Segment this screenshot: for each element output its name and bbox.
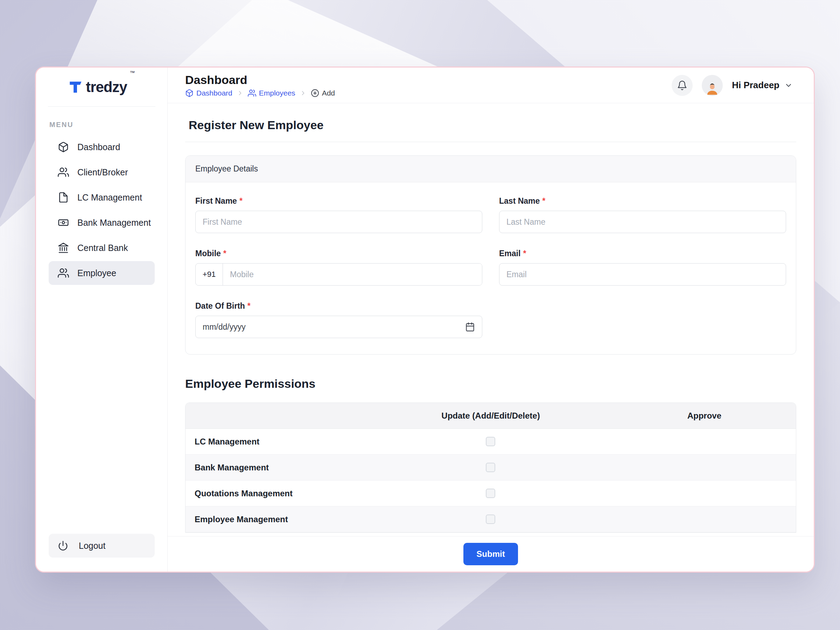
required-marker: * — [223, 249, 226, 258]
permission-row-label: Employee Management — [185, 515, 369, 524]
dob-input[interactable]: mm/dd/yyyy — [195, 316, 482, 338]
chevron-right-icon — [237, 90, 243, 96]
breadcrumb-label: Dashboard — [196, 89, 232, 97]
divider — [185, 142, 796, 142]
sidebar-item-lc-management[interactable]: LC Management — [49, 185, 155, 209]
quotations-management-update-checkbox[interactable] — [486, 489, 495, 498]
employee-details-card-title: Employee Details — [185, 156, 796, 182]
cube-icon — [58, 141, 69, 153]
users-icon — [58, 267, 69, 279]
breadcrumb-label: Add — [322, 89, 335, 97]
users-icon — [58, 167, 69, 178]
lc-management-update-checkbox[interactable] — [486, 437, 495, 446]
mobile-field: Mobile* +91 — [195, 249, 482, 286]
last-name-input[interactable] — [499, 211, 786, 233]
dob-label: Date Of Birth* — [195, 302, 482, 311]
breadcrumb-label: Employees — [259, 89, 295, 97]
dob-value: mm/dd/yyyy — [203, 322, 246, 332]
sidebar: tredzy ™ MENU Dashboard Client/Broker LC… — [36, 68, 167, 572]
first-name-label: First Name* — [195, 196, 482, 206]
submit-button[interactable]: Submit — [463, 543, 518, 565]
sidebar-item-label: Bank Management — [77, 218, 151, 228]
chevron-right-icon — [300, 90, 306, 96]
first-name-input[interactable] — [195, 211, 482, 233]
email-field: Email* — [499, 249, 786, 286]
bell-icon — [677, 80, 687, 91]
bank-management-update-checkbox[interactable] — [486, 463, 495, 472]
permissions-table-header: Update (Add/Edit/Delete) Approve — [185, 403, 796, 429]
brand-logo: tredzy ™ — [36, 68, 167, 107]
topbar: Dashboard Dashboard Employees Add — [167, 68, 814, 103]
page-title: Dashboard — [185, 73, 335, 87]
table-row: LC Management — [185, 429, 796, 455]
brand-trademark: ™ — [130, 69, 135, 76]
calendar-icon — [465, 322, 475, 332]
permission-row-label: LC Management — [185, 437, 369, 447]
table-row: Bank Management — [185, 455, 796, 480]
bank-icon — [58, 242, 69, 253]
required-marker: * — [523, 249, 526, 258]
users-icon — [248, 89, 256, 97]
brand-name: tredzy — [86, 79, 127, 96]
permissions-table: Update (Add/Edit/Delete) Approve LC Mana… — [185, 403, 796, 533]
avatar[interactable] — [702, 75, 723, 96]
sidebar-item-label: Client/Broker — [77, 167, 128, 177]
breadcrumb: Dashboard Employees Add — [185, 89, 335, 97]
brand-logo-icon — [68, 80, 83, 95]
employee-details-card: Employee Details First Name* Last Name* … — [185, 155, 796, 355]
file-icon — [58, 192, 69, 203]
update-column-header: Update (Add/Edit/Delete) — [369, 411, 613, 421]
breadcrumb-dashboard[interactable]: Dashboard — [185, 89, 232, 97]
employee-permissions-title: Employee Permissions — [185, 377, 796, 391]
required-marker: * — [239, 196, 243, 205]
approve-column-header: Approve — [613, 411, 796, 421]
first-name-field: First Name* — [195, 196, 482, 233]
employee-management-update-checkbox[interactable] — [486, 515, 495, 524]
form-footer: Submit — [167, 537, 814, 572]
last-name-field: Last Name* — [499, 196, 786, 233]
sidebar-nav: Dashboard Client/Broker LC Management Ba… — [36, 134, 167, 286]
email-label: Email* — [499, 249, 786, 258]
notifications-button[interactable] — [672, 75, 693, 96]
mobile-label: Mobile* — [195, 249, 482, 258]
banknote-icon — [58, 217, 69, 228]
sidebar-item-dashboard[interactable]: Dashboard — [49, 135, 155, 159]
user-greeting: Hi Pradeep — [732, 80, 780, 91]
app-window: tredzy ™ MENU Dashboard Client/Broker LC… — [35, 66, 815, 573]
user-menu[interactable]: Hi Pradeep — [732, 80, 793, 91]
email-input[interactable] — [499, 263, 786, 286]
sidebar-item-label: Dashboard — [77, 142, 120, 152]
logout-label: Logout — [79, 541, 105, 551]
register-employee-title: Register New Employee — [185, 118, 796, 132]
sidebar-item-label: Employee — [77, 268, 116, 278]
cube-icon — [185, 89, 194, 97]
required-marker: * — [542, 196, 545, 205]
required-marker: * — [248, 302, 251, 311]
dob-field: Date Of Birth* mm/dd/yyyy — [195, 302, 482, 338]
sidebar-item-bank-management[interactable]: Bank Management — [49, 211, 155, 235]
mobile-input[interactable] — [223, 264, 482, 285]
plus-circle-icon — [311, 89, 319, 97]
mobile-country-prefix: +91 — [196, 264, 223, 285]
sidebar-item-label: LC Management — [77, 193, 142, 203]
logout-button[interactable]: Logout — [49, 534, 155, 557]
sidebar-item-label: Central Bank — [77, 243, 128, 253]
sidebar-item-client-broker[interactable]: Client/Broker — [49, 160, 155, 184]
chevron-down-icon — [784, 81, 793, 90]
last-name-label: Last Name* — [499, 196, 786, 206]
breadcrumb-add: Add — [311, 89, 335, 97]
menu-section-label: MENU — [49, 121, 167, 129]
avatar-person-icon — [705, 82, 719, 96]
table-row: Quotations Management — [185, 480, 796, 507]
power-icon — [58, 540, 68, 551]
header-actions: Hi Pradeep — [672, 75, 793, 96]
main-content: Register New Employee Employee Details F… — [167, 104, 814, 537]
sidebar-item-employee[interactable]: Employee — [49, 261, 155, 285]
permission-row-label: Bank Management — [185, 463, 369, 472]
permission-row-label: Quotations Management — [185, 489, 369, 498]
breadcrumb-employees[interactable]: Employees — [248, 89, 295, 97]
table-row: Employee Management — [185, 507, 796, 532]
sidebar-item-central-bank[interactable]: Central Bank — [49, 236, 155, 260]
